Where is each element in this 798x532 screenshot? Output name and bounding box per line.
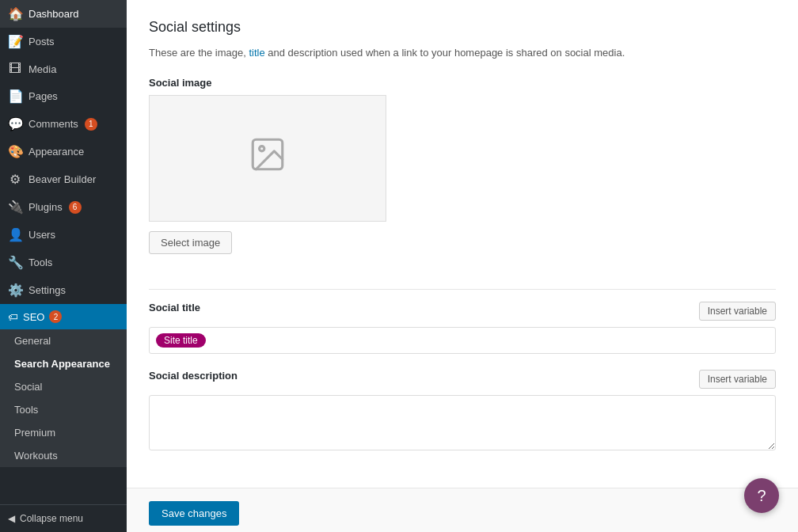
insert-variable-button-title[interactable]: Insert variable xyxy=(699,302,776,321)
users-icon: 👤 xyxy=(8,227,22,242)
submenu-item-workouts[interactable]: Workouts xyxy=(0,444,127,467)
submenu-item-tools[interactable]: Tools xyxy=(0,398,127,421)
divider-1 xyxy=(149,289,776,290)
social-image-field: Social image Select image xyxy=(149,77,776,273)
help-icon: ? xyxy=(757,487,766,505)
collapse-arrow-icon: ◀ xyxy=(8,513,15,524)
submenu-item-social[interactable]: Social xyxy=(0,375,127,398)
sidebar-item-plugins[interactable]: 🔌 Plugins 6 xyxy=(0,193,127,221)
appearance-icon: 🎨 xyxy=(8,144,22,159)
sidebar-item-seo[interactable]: 🏷 SEO 2 xyxy=(0,304,127,329)
social-title-field: Social title Insert variable Site title xyxy=(149,302,776,354)
beaver-builder-icon: ⚙ xyxy=(8,172,22,187)
sidebar-item-tools[interactable]: 🔧 Tools xyxy=(0,249,127,276)
sidebar-item-comments[interactable]: 💬 Comments 1 xyxy=(0,110,127,138)
social-image-label: Social image xyxy=(149,77,776,89)
sidebar-item-dashboard[interactable]: 🏠 Dashboard xyxy=(0,0,127,28)
svg-point-1 xyxy=(260,146,264,151)
comments-icon: 💬 xyxy=(8,116,22,131)
tools-icon: 🔧 xyxy=(8,255,22,270)
social-image-box xyxy=(149,95,386,222)
submenu-item-search-appearance[interactable]: Search Appearance xyxy=(0,352,127,375)
sidebar-item-media[interactable]: 🎞 Media xyxy=(0,55,127,82)
save-bar: Save changes xyxy=(127,488,798,533)
sidebar-item-settings[interactable]: ⚙️ Settings xyxy=(0,276,127,304)
social-title-header: Social title Insert variable xyxy=(149,302,776,321)
title-link[interactable]: title xyxy=(249,47,264,59)
sidebar-item-users[interactable]: 👤 Users xyxy=(0,221,127,249)
help-button[interactable]: ? xyxy=(744,478,779,513)
social-description-field: Social description Insert variable xyxy=(149,370,776,453)
social-description-header: Social description Insert variable xyxy=(149,370,776,389)
pages-icon: 📄 xyxy=(8,89,22,104)
image-placeholder-icon xyxy=(248,135,287,181)
social-title-input[interactable]: Site title xyxy=(149,327,776,354)
social-description-label: Social description xyxy=(149,370,238,382)
seo-submenu: General Search Appearance Social Tools P… xyxy=(0,329,127,467)
select-image-button[interactable]: Select image xyxy=(149,231,232,254)
seo-icon: 🏷 xyxy=(8,311,18,323)
social-title-label: Social title xyxy=(149,302,200,314)
social-description-textarea[interactable] xyxy=(149,395,776,450)
plugins-icon: 🔌 xyxy=(8,200,22,215)
submenu-item-premium[interactable]: Premium xyxy=(0,421,127,444)
media-icon: 🎞 xyxy=(8,62,22,76)
dashboard-icon: 🏠 xyxy=(8,6,22,21)
insert-variable-button-description[interactable]: Insert variable xyxy=(699,370,776,389)
main-content: Social settings These are the image, tit… xyxy=(127,0,798,532)
plugins-badge: 6 xyxy=(69,201,82,214)
social-settings-panel: Social settings These are the image, tit… xyxy=(127,0,798,488)
sidebar-item-posts[interactable]: 📝 Posts xyxy=(0,28,127,55)
site-title-tag[interactable]: Site title xyxy=(156,333,206,348)
section-title: Social settings xyxy=(149,19,776,36)
posts-icon: 📝 xyxy=(8,34,22,49)
sidebar-item-beaver-builder[interactable]: ⚙ Beaver Builder xyxy=(0,165,127,193)
sidebar-item-pages[interactable]: 📄 Pages xyxy=(0,82,127,110)
collapse-menu[interactable]: ◀ Collapse menu xyxy=(0,504,127,532)
settings-icon: ⚙️ xyxy=(8,283,22,298)
description-text: These are the image, title and descripti… xyxy=(149,45,776,61)
sidebar-item-appearance[interactable]: 🎨 Appearance xyxy=(0,138,127,165)
seo-badge: 2 xyxy=(49,310,62,323)
sidebar: 🏠 Dashboard 📝 Posts 🎞 Media 📄 Pages 💬 Co… xyxy=(0,0,127,532)
comments-badge: 1 xyxy=(85,118,97,131)
submenu-item-general[interactable]: General xyxy=(0,329,127,352)
save-changes-button[interactable]: Save changes xyxy=(149,501,239,526)
